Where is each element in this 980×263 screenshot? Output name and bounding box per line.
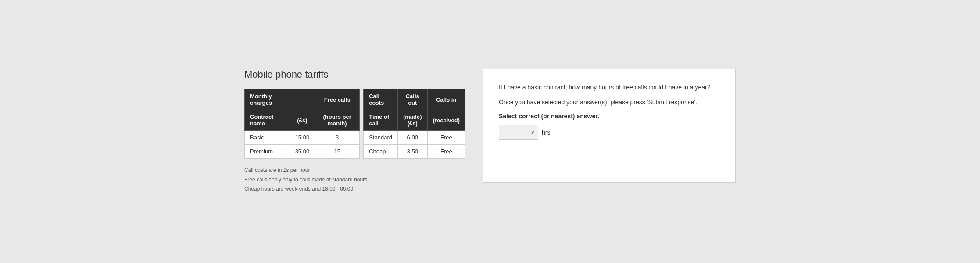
time-standard: Standard <box>364 131 398 145</box>
unit-label: hrs <box>542 129 550 136</box>
table-row: Standard 6.00 Free <box>364 131 465 145</box>
instruction-text: Once you have selected your answer(s), p… <box>499 99 720 106</box>
calls-out-header: Calls out <box>397 89 427 110</box>
note-3: Cheap hours are week-ends and 18:00 - 06… <box>244 185 465 194</box>
received-standard: Free <box>427 131 465 145</box>
left-panel: Mobile phone tariffs Monthly charges Fre… <box>244 69 465 194</box>
note-2: Free calls apply only to calls made at s… <box>244 175 465 185</box>
table-row: Cheap 3.50 Free <box>364 145 465 159</box>
question-panel: If I have a basic contract, how many hou… <box>483 69 736 183</box>
free-calls-basic: 3 <box>315 131 360 145</box>
price-basic: 15.00 <box>290 131 315 145</box>
select-label: Select correct (or nearest) answer. <box>499 113 720 120</box>
calls-in-header: Calls in <box>427 89 465 110</box>
received-cheap: Free <box>427 145 465 159</box>
pounds-header: (£s) <box>290 110 315 131</box>
page-title: Mobile phone tariffs <box>244 69 465 80</box>
monthly-charges-table: Monthly charges Free calls Contract name… <box>244 89 360 159</box>
note-1: Call costs are in £s per hour <box>244 166 465 175</box>
table-row: Basic 15.00 3 <box>245 131 360 145</box>
call-costs-header: Call costs <box>364 89 398 110</box>
contract-name-header: Contract name <box>245 110 290 131</box>
select-wrapper: 36 72 108 144 180 <box>499 125 538 140</box>
call-costs-table: Call costs Calls out Calls in Time of ca… <box>363 89 465 159</box>
notes-section: Call costs are in £s per hour Free calls… <box>244 166 465 194</box>
tables-row: Monthly charges Free calls Contract name… <box>244 89 465 159</box>
price-premium: 35.00 <box>290 145 315 159</box>
question-text: If I have a basic contract, how many hou… <box>499 82 720 92</box>
free-calls-header: Free calls <box>315 89 360 110</box>
hours-header: (hours per month) <box>315 110 360 131</box>
table-row: Premium 35.00 15 <box>245 145 360 159</box>
time-of-call-header: Time of call <box>364 110 398 131</box>
answer-row: 36 72 108 144 180 hrs <box>499 125 720 140</box>
answer-select[interactable]: 36 72 108 144 180 <box>499 125 538 140</box>
time-cheap: Cheap <box>364 145 398 159</box>
contract-name-basic: Basic <box>245 131 290 145</box>
monthly-charges-header: Monthly charges <box>245 89 290 110</box>
free-calls-premium: 15 <box>315 145 360 159</box>
received-header: (received) <box>427 110 465 131</box>
made-header: (made) (£s) <box>397 110 427 131</box>
made-cheap: 3.50 <box>397 145 427 159</box>
empty-header <box>290 89 315 110</box>
main-container: Mobile phone tariffs Monthly charges Fre… <box>227 51 753 212</box>
contract-name-premium: Premium <box>245 145 290 159</box>
made-standard: 6.00 <box>397 131 427 145</box>
